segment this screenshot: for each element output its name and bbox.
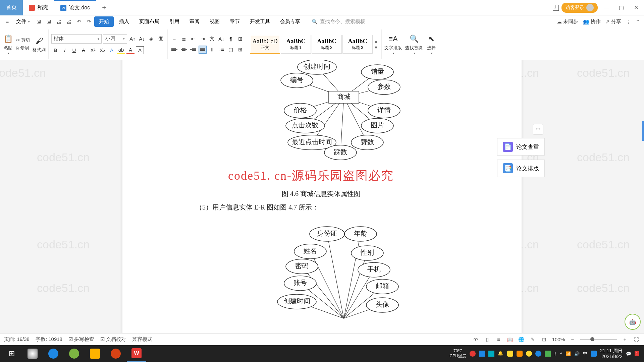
- shading-icon[interactable]: ▢: [227, 46, 235, 54]
- page-indicator[interactable]: 页面: 19/38: [4, 336, 30, 343]
- ime-indicator[interactable]: 中: [583, 351, 587, 357]
- taskbar-ie[interactable]: [44, 345, 63, 362]
- shrink-font-icon[interactable]: A↓: [138, 35, 146, 43]
- paste-button[interactable]: 📋粘贴▾: [3, 34, 13, 55]
- phonetic-icon[interactable]: 变: [157, 35, 165, 43]
- style-h3[interactable]: AaBbC标题 3: [342, 35, 373, 54]
- collapse-panel-icon[interactable]: ◠: [533, 124, 543, 135]
- action-center-icon[interactable]: 💬: [626, 351, 631, 356]
- minimize-button[interactable]: —: [600, 2, 612, 14]
- decrease-indent-icon[interactable]: ⇤: [189, 35, 197, 43]
- paper-format-button[interactable]: 📑论文排版: [497, 160, 545, 177]
- menu-tab-view[interactable]: 视图: [205, 16, 224, 27]
- share-button[interactable]: ↗ 分享: [605, 18, 621, 25]
- zoom-level[interactable]: 100%: [552, 337, 565, 342]
- style-h2[interactable]: AaBbC标题 2: [312, 35, 342, 54]
- redo-icon[interactable]: ↷: [84, 17, 94, 26]
- paper-check-button[interactable]: 📄论文查重: [497, 138, 545, 156]
- format-painter-button[interactable]: 🖌格式刷: [33, 36, 46, 53]
- subscript-button[interactable]: X₂: [98, 46, 106, 54]
- save-icon[interactable]: 🖫: [34, 17, 43, 26]
- maximize-button[interactable]: ▢: [615, 2, 627, 14]
- close-button[interactable]: ✕: [630, 2, 642, 14]
- show-marks-icon[interactable]: ¶: [227, 35, 235, 43]
- style-more-icon[interactable]: ▴▾: [373, 35, 379, 54]
- style-body[interactable]: AaBbCcD正文: [250, 35, 280, 54]
- find-replace-button[interactable]: 🔍查找替换▾: [405, 34, 423, 55]
- window-count-icon[interactable]: [553, 5, 559, 11]
- right-scrollbar[interactable]: [638, 121, 644, 141]
- line-spacing-icon[interactable]: ↕≡: [217, 46, 225, 54]
- tray-icon-3[interactable]: [488, 351, 494, 357]
- font-color-icon[interactable]: A: [126, 46, 135, 54]
- bluetooth-icon[interactable]: ᛒ: [554, 351, 557, 356]
- align-center-button[interactable]: [180, 46, 188, 54]
- tray-icon-5[interactable]: [517, 351, 523, 357]
- menu-tab-vip[interactable]: 会员专享: [275, 16, 305, 27]
- select-button[interactable]: ⬉选择▾: [426, 34, 437, 55]
- menu-tab-start[interactable]: 开始: [94, 16, 114, 27]
- numbering-icon[interactable]: ≣: [180, 35, 188, 43]
- font-name-select[interactable]: 楷体▾: [51, 34, 102, 44]
- style-h1[interactable]: AaBbC标题 1: [281, 35, 311, 54]
- menu-tab-review[interactable]: 审阅: [185, 16, 204, 27]
- zoom-slider[interactable]: [580, 339, 617, 340]
- menu-tab-ref[interactable]: 引用: [165, 16, 184, 27]
- word-count[interactable]: 字数: 10918: [36, 336, 62, 343]
- menu-tab-insert[interactable]: 插入: [114, 16, 134, 27]
- text-layout-button[interactable]: ≡A文字排版▾: [384, 34, 402, 55]
- align-left-button[interactable]: [170, 46, 178, 54]
- highlight-icon[interactable]: ab: [117, 46, 125, 54]
- assistant-bubble-icon[interactable]: 🤖: [625, 314, 641, 330]
- tray-expand-icon[interactable]: ^: [560, 351, 562, 356]
- tray-icon-9[interactable]: [591, 351, 597, 357]
- text-effect-icon[interactable]: A: [108, 46, 116, 54]
- align-right-button[interactable]: [189, 46, 197, 54]
- italic-button[interactable]: I: [61, 46, 69, 54]
- copy-button[interactable]: ⎘ 复制: [16, 45, 30, 51]
- cut-button[interactable]: ✂ 剪切: [16, 37, 30, 43]
- grow-font-icon[interactable]: A↑: [128, 35, 137, 43]
- tab-document[interactable]: W论文.doc: [54, 0, 96, 15]
- sort-icon[interactable]: A↓: [217, 35, 225, 43]
- print-icon[interactable]: 🖨: [54, 17, 63, 26]
- start-button[interactable]: ⊞: [2, 345, 21, 362]
- spell-check[interactable]: ☑ 拼写检查: [68, 336, 94, 343]
- undo-icon[interactable]: ↶: [74, 17, 84, 26]
- cpu-temp[interactable]: 70℃CPU温度: [449, 349, 466, 359]
- borders-icon[interactable]: ⊞: [236, 46, 244, 54]
- tray-icon-2[interactable]: [479, 351, 485, 357]
- menu-hamburger-icon[interactable]: ≡: [3, 17, 12, 26]
- collapse-ribbon-icon[interactable]: ⌃: [636, 19, 640, 25]
- tabs-icon[interactable]: ⊞: [236, 35, 244, 43]
- web-view-icon[interactable]: 🌐: [518, 336, 525, 343]
- tab-new[interactable]: +: [96, 0, 112, 15]
- tray-icon-6[interactable]: [526, 351, 532, 357]
- taskbar-app-1[interactable]: [23, 345, 42, 362]
- bold-button[interactable]: B: [51, 46, 59, 54]
- zoom-out-icon[interactable]: −: [569, 336, 576, 343]
- outline-view-icon[interactable]: ≡: [495, 336, 502, 343]
- tray-icon-7[interactable]: [535, 351, 541, 357]
- distribute-icon[interactable]: ⫴: [208, 46, 216, 54]
- notification-badge[interactable]: 1: [635, 351, 639, 356]
- tray-icon-1[interactable]: [470, 351, 476, 357]
- char-border-icon[interactable]: A: [136, 46, 144, 54]
- superscript-button[interactable]: X²: [89, 46, 97, 54]
- ink-icon[interactable]: ✎: [529, 336, 537, 343]
- tab-daoke[interactable]: 稻壳: [23, 0, 54, 15]
- zoom-in-icon[interactable]: +: [621, 336, 629, 343]
- taskbar-wps[interactable]: W: [127, 345, 146, 362]
- tray-icon-8[interactable]: [545, 351, 551, 357]
- tray-notification-icon[interactable]: 🔔: [498, 351, 504, 357]
- fit-icon[interactable]: ⊡: [541, 336, 548, 343]
- document-canvas[interactable]: code51.cn code51.cn code51.cn code51.cn …: [0, 60, 644, 333]
- font-size-select[interactable]: 小四▾: [103, 34, 127, 44]
- fullscreen-icon[interactable]: ⛶: [633, 336, 640, 343]
- wifi-icon[interactable]: 📶: [566, 351, 571, 356]
- clear-format-icon[interactable]: ◈: [147, 35, 155, 43]
- taskbar-browser[interactable]: [64, 345, 84, 362]
- tab-home[interactable]: 首页: [0, 0, 23, 15]
- align-justify-button[interactable]: [199, 46, 207, 54]
- asian-layout-icon[interactable]: 文: [208, 35, 216, 43]
